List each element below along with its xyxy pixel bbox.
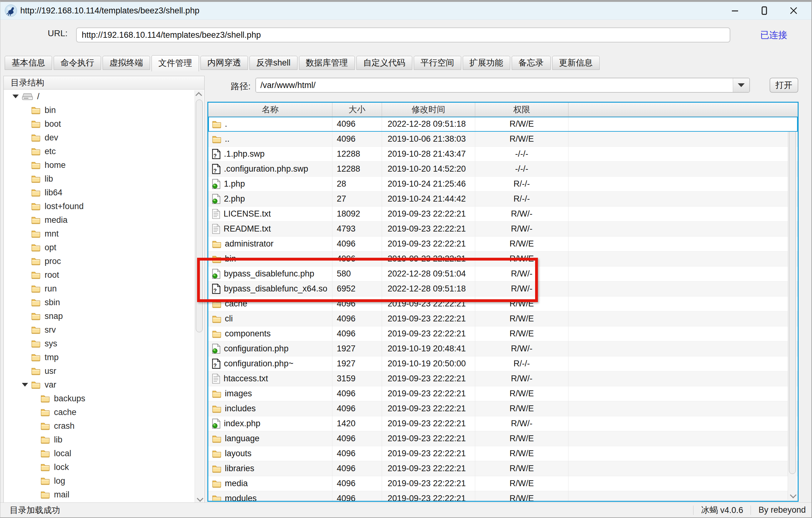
tree-item-lib[interactable]: lib (4, 172, 204, 186)
tab-custom-code[interactable]: 自定义代码 (356, 56, 412, 70)
file-row-.1.php.swp[interactable]: ?.1.php.swp122882019-10-28 21:43:47-/-/- (208, 147, 798, 162)
file-row-.configuration.php.swp[interactable]: ?.configuration.php.swp122882019-10-20 1… (208, 162, 798, 176)
tree-item-lib[interactable]: lib (4, 433, 204, 446)
tree-item-local[interactable]: local (4, 446, 204, 460)
file-row-modules[interactable]: modules40962019-09-23 22:22:21R/W/E (208, 491, 798, 502)
tab-file-manager[interactable]: 文件管理 (151, 55, 199, 72)
tab-parallel-space[interactable]: 平行空间 (414, 56, 461, 70)
file-row-license.txt[interactable]: LICENSE.txt180922019-09-23 22:22:21R/W/- (208, 207, 798, 222)
tab-database-manager[interactable]: 数据库管理 (299, 56, 355, 70)
tree-item-usr[interactable]: usr (4, 364, 204, 378)
tree-item-home[interactable]: home (4, 158, 204, 172)
file-row-index.php[interactable]: index.php14202019-09-23 22:22:21R/W/- (208, 416, 798, 431)
scroll-down-button[interactable] (195, 495, 204, 503)
tab-extensions[interactable]: 扩展功能 (463, 56, 510, 70)
file-row-media[interactable]: media40962019-09-23 22:22:21R/W/E (208, 476, 798, 491)
file-row-components[interactable]: components40962019-09-23 22:22:21R/W/E (208, 326, 798, 342)
tree-item-log[interactable]: log (4, 474, 204, 488)
tree-item-crash[interactable]: crash (4, 419, 204, 433)
file-row-images[interactable]: images40962019-09-23 22:22:21R/W/E (208, 386, 798, 401)
cell-name: ?.configuration.php.swp (208, 162, 332, 176)
tree-item-sys[interactable]: sys (4, 337, 204, 350)
file-row-administrator[interactable]: administrator40962019-09-23 22:22:21R/W/… (208, 237, 798, 251)
tab-basic-info[interactable]: 基本信息 (5, 56, 52, 70)
maximize-button[interactable] (759, 5, 770, 16)
file-row-configuration.php-[interactable]: ?configuration.php~19272019-10-19 20:50:… (208, 356, 798, 371)
tree-item-srv[interactable]: srv (4, 323, 204, 337)
file-row-.[interactable]: .40962022-12-28 09:51:18R/W/E (208, 117, 798, 132)
file-row-cli[interactable]: cli40962019-09-23 22:22:21R/W/E (208, 311, 798, 326)
file-row-readme.txt[interactable]: README.txt47932019-09-23 22:22:21R/W/- (208, 222, 798, 237)
expand-arrow-icon[interactable] (22, 383, 31, 387)
tree-item-sbin[interactable]: sbin (4, 296, 204, 309)
file-name-label: bypass_disablefunc_x64.so (224, 284, 327, 294)
tree-item-proc[interactable]: proc (4, 254, 204, 268)
tree-item-lost-found[interactable]: lost+found (4, 199, 204, 213)
tree-item-etc[interactable]: etc (4, 144, 204, 158)
file-row-cache[interactable]: cache40962019-09-23 22:22:21R/W/E (208, 296, 798, 311)
cell-perm: R/-/- (475, 176, 569, 192)
file-row-language[interactable]: language40962019-09-23 22:22:21R/W/E (208, 431, 798, 446)
file-row-bin[interactable]: bin40962019-09-23 22:22:21R/W/E (208, 251, 798, 267)
file-row-configuration.php[interactable]: configuration.php19272019-10-19 20:48:41… (208, 342, 798, 356)
tree-item-run[interactable]: run (4, 282, 204, 296)
tree-item-mail[interactable]: mail (4, 488, 204, 501)
tree-item-backups[interactable]: backups (4, 391, 204, 405)
file-row-htaccess.txt[interactable]: htaccess.txt31592019-09-23 22:22:21R/W/- (208, 371, 798, 386)
expand-arrow-icon[interactable] (12, 94, 22, 98)
tree-item-lock[interactable]: lock (4, 460, 204, 474)
file-row-bypass-disablefunc-x64.so[interactable]: ?bypass_disablefunc_x64.so69522022-12-28… (208, 281, 798, 296)
column-header-perm[interactable]: 权限 (475, 103, 569, 117)
tree-item-lib64[interactable]: lib64 (4, 186, 204, 199)
open-button[interactable]: 打开 (770, 78, 798, 93)
tree-item-dev[interactable]: dev (4, 131, 204, 144)
path-dropdown-button[interactable] (733, 78, 749, 92)
column-header-mtime[interactable]: 修改时间 (382, 103, 475, 117)
file-row-includes[interactable]: includes40962019-09-23 22:22:21R/W/E (208, 401, 798, 416)
connection-status[interactable]: 已连接 (760, 29, 787, 42)
column-header-name[interactable]: 名称 (208, 103, 332, 117)
column-header-extra[interactable] (569, 103, 798, 117)
tab-memo[interactable]: 备忘录 (512, 56, 551, 70)
tab-update-info[interactable]: 更新信息 (552, 56, 600, 70)
file-row-bypass-disablefunc.php[interactable]: bypass_disablefunc.php5802022-12-28 09:5… (208, 267, 798, 281)
tree-icon-wrap (40, 408, 50, 416)
tree-item-mnt[interactable]: mnt (4, 227, 204, 241)
file-row-layouts[interactable]: layouts40962019-09-23 22:22:21R/W/E (208, 446, 798, 461)
file-row-1.php[interactable]: 1.php282019-10-24 21:25:46R/-/- (208, 176, 798, 192)
tree-item-bin[interactable]: bin (4, 103, 204, 117)
scroll-up-button[interactable] (195, 90, 204, 99)
tree-item-media[interactable]: media (4, 213, 204, 227)
table-scrollbar[interactable] (788, 118, 797, 500)
file-row-libraries[interactable]: libraries40962019-09-23 22:22:21R/W/E (208, 461, 798, 476)
column-header-size[interactable]: 大小 (332, 103, 382, 117)
url-input[interactable] (76, 27, 730, 43)
tree-item-root[interactable]: root (4, 268, 204, 282)
file-row-..[interactable]: ..40962019-10-06 21:38:03R/W/E (208, 132, 798, 147)
tree-item-var[interactable]: var (4, 378, 204, 391)
file-icon-wrap (212, 390, 222, 398)
path-input[interactable] (256, 78, 733, 92)
tree-item-root[interactable]: / (4, 89, 204, 103)
file-name-label: images (225, 389, 252, 399)
file-row-2.php[interactable]: 2.php272019-10-24 21:44:42R/-/- (208, 192, 798, 207)
tab-virtual-terminal[interactable]: 虚拟终端 (103, 56, 150, 70)
table-scrollbar-thumb[interactable] (789, 128, 796, 474)
tab-reverse-shell[interactable]: 反弹shell (250, 56, 297, 70)
tree-item-tmp[interactable]: tmp (4, 350, 204, 364)
minimize-button[interactable] (730, 5, 740, 16)
tab-command-exec[interactable]: 命令执行 (54, 56, 101, 70)
tree-item-boot[interactable]: boot (4, 117, 204, 131)
tree-item-snap[interactable]: snap (4, 309, 204, 323)
tree-scrollbar-thumb[interactable] (196, 100, 203, 332)
cell-extra (569, 416, 798, 431)
close-button[interactable] (788, 5, 799, 16)
tree-scrollbar[interactable] (195, 90, 204, 503)
scroll-down-button[interactable] (788, 491, 797, 500)
cell-perm: R/-/- (475, 192, 569, 207)
tab-intranet-tunnel[interactable]: 内网穿透 (201, 56, 248, 70)
cell-mtime: 2019-09-23 22:22:21 (382, 446, 475, 461)
tree-item-cache[interactable]: cache (4, 405, 204, 419)
cell-size: 1420 (332, 416, 382, 431)
tree-item-opt[interactable]: opt (4, 241, 204, 254)
